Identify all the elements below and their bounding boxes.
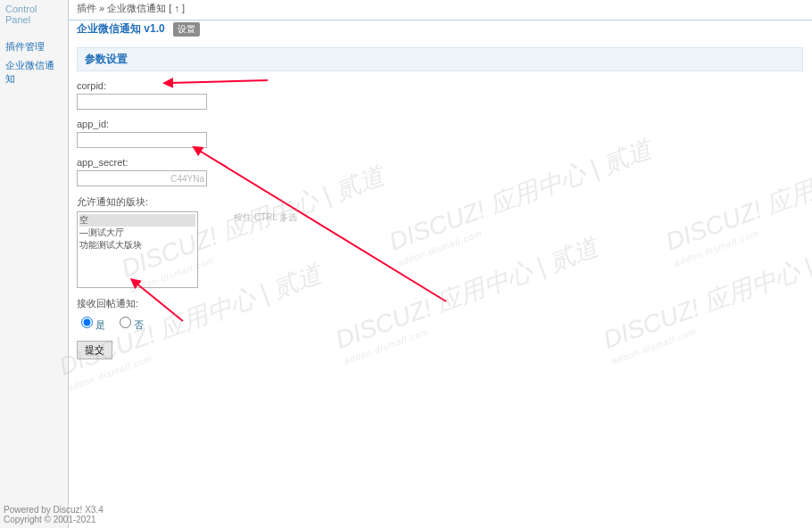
board-option[interactable]: —测试大厅: [79, 227, 195, 239]
input-app-secret[interactable]: [77, 170, 207, 186]
radio-no[interactable]: [120, 317, 131, 328]
label-corpid: corpid:: [77, 80, 803, 91]
sidebar: Control Panel 插件管理 企业微信通知: [0, 0, 69, 528]
submit-button[interactable]: 提交: [77, 341, 112, 359]
label-boards: 允许通知的版块:: [77, 195, 803, 209]
section-header: 参数设置: [77, 47, 803, 71]
radio-yes[interactable]: [81, 317, 93, 328]
label-reply-notify: 接收回帖通知:: [77, 297, 803, 310]
sidebar-title: Control Panel: [0, 0, 68, 29]
select-boards[interactable]: 空 —测试大厅 功能测试大版块: [77, 211, 198, 288]
breadcrumb: 插件 » 企业微信通知 [ ↑ ]: [68, 0, 812, 21]
footer-powered: Powered by Discuz! X3.4: [4, 505, 104, 515]
board-option[interactable]: 空: [79, 214, 195, 227]
row-boards: 允许通知的版块: 空 —测试大厅 功能测试大版块 按住 CTRL 多选: [77, 195, 803, 288]
boards-hint: 按住 CTRL 多选: [234, 211, 297, 224]
label-app-id: app_id:: [77, 119, 803, 129]
label-app-secret: app_secret:: [77, 157, 803, 168]
breadcrumb-text: 插件 » 企业微信通知 [ ↑ ]: [77, 3, 185, 13]
footer-copyright: Copyright © 2001-2021: [4, 515, 104, 524]
sidebar-item-plugins[interactable]: 插件管理: [0, 37, 68, 56]
input-corpid[interactable]: [77, 94, 207, 110]
input-app-id[interactable]: [77, 132, 207, 148]
footer: Powered by Discuz! X3.4 Copyright © 2001…: [4, 505, 104, 524]
settings-badge[interactable]: 设置: [173, 22, 200, 37]
row-corpid: corpid:: [77, 80, 803, 110]
board-option[interactable]: 功能测试大版块: [79, 239, 195, 252]
radio-no-label[interactable]: 否: [115, 319, 144, 330]
radio-yes-label[interactable]: 是: [77, 319, 105, 330]
plugin-title: 企业微信通知 v1.0: [77, 21, 165, 37]
row-app-id: app_id:: [77, 119, 803, 148]
row-app-secret: app_secret:: [77, 157, 803, 186]
sidebar-item-wechat-notify[interactable]: 企业微信通知: [0, 56, 68, 88]
main-content: 企业微信通知 v1.0 设置 参数设置 corpid: app_id: app_…: [77, 21, 803, 359]
row-reply-notify: 接收回帖通知: 是 否: [77, 297, 803, 332]
